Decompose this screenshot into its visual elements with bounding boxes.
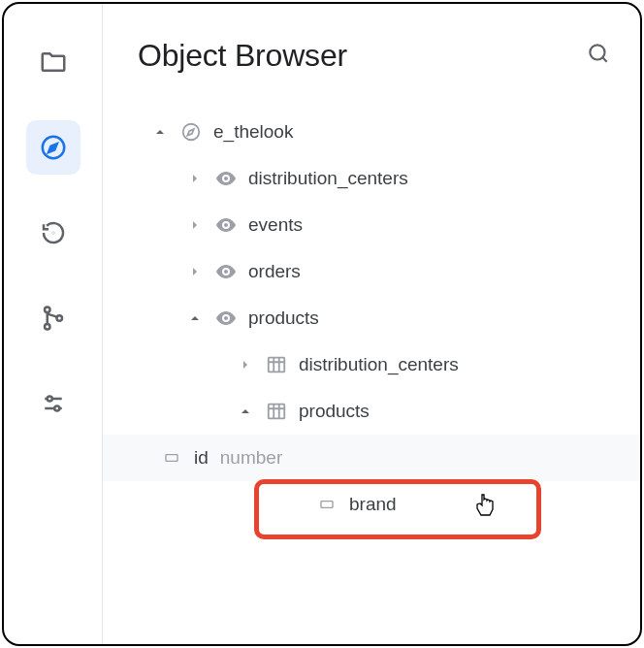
tree-node-explore[interactable]: events: [138, 202, 617, 248]
table-icon: [264, 399, 289, 424]
eye-icon: [213, 306, 239, 331]
tree-node-field-id[interactable]: id number: [103, 435, 640, 481]
main-panel: Object Browser e_thelook: [103, 4, 640, 644]
field-label: id: [194, 447, 209, 469]
chevron-right-icon: [186, 216, 204, 234]
field-label: brand: [349, 494, 397, 515]
svg-point-7: [590, 45, 604, 59]
eye-icon: [213, 212, 239, 238]
page-title: Object Browser: [138, 38, 347, 74]
tree-node-explore[interactable]: distribution_centers: [138, 155, 617, 202]
svg-point-2: [45, 308, 50, 313]
sidebar-item-settings[interactable]: [26, 376, 80, 431]
field-type: number: [220, 447, 282, 469]
tree-node-view[interactable]: distribution_centers: [138, 341, 617, 388]
svg-point-3: [45, 324, 50, 330]
sidebar-item-folder[interactable]: [26, 35, 80, 89]
sidebar-item-explorer[interactable]: [26, 120, 80, 175]
svg-rect-9: [269, 358, 285, 373]
table-icon: [264, 352, 289, 377]
compass-outline-icon: [178, 119, 204, 145]
node-label: e_thelook: [213, 121, 293, 143]
tree-node-explore[interactable]: orders: [138, 248, 617, 295]
node-label: products: [299, 401, 370, 422]
svg-rect-10: [269, 405, 285, 419]
chevron-right-icon: [186, 170, 204, 187]
chevron-right-icon: [237, 356, 254, 373]
chevron-up-icon: [237, 403, 254, 420]
node-label: products: [248, 308, 319, 329]
tree-node-model[interactable]: e_thelook: [138, 109, 617, 155]
node-label: distribution_centers: [299, 354, 459, 375]
field-icon: [314, 492, 339, 517]
eye-icon: [213, 259, 239, 284]
tree-node-view[interactable]: products: [138, 388, 617, 435]
field-icon: [159, 445, 184, 470]
svg-rect-12: [321, 502, 333, 508]
object-tree: e_thelook distribution_centers events: [138, 109, 617, 528]
chevron-right-icon: [186, 263, 204, 280]
eye-icon: [213, 166, 239, 191]
svg-point-8: [183, 124, 200, 141]
chevron-up-icon: [151, 123, 169, 141]
tree-node-explore[interactable]: products: [138, 295, 617, 341]
svg-point-5: [47, 397, 51, 402]
sidebar: [4, 4, 103, 644]
sidebar-item-history[interactable]: [26, 206, 80, 260]
chevron-up-icon: [186, 309, 204, 327]
node-label: events: [248, 214, 303, 236]
sidebar-item-git[interactable]: [26, 291, 80, 345]
node-label: orders: [248, 261, 301, 282]
svg-rect-11: [166, 455, 177, 462]
node-label: distribution_centers: [248, 168, 408, 189]
tree-node-field-brand[interactable]: brand: [138, 481, 617, 528]
search-button[interactable]: [580, 35, 617, 76]
svg-point-6: [54, 406, 59, 411]
